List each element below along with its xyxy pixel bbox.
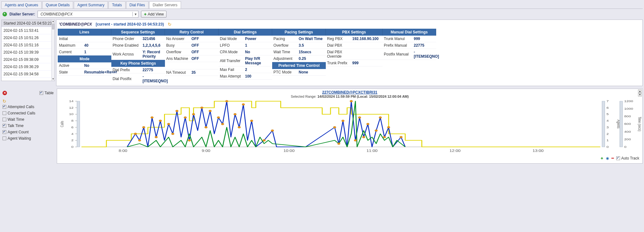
svg-text:13:00: 13:00 [532, 149, 543, 153]
timestamp-item[interactable]: 2024-02-15 09:34:58 [2, 71, 55, 78]
tabs: Agents and QueuesQueue DetailsAgent Summ… [1, 1, 643, 9]
add-server-icon[interactable] [3, 12, 7, 16]
series-toggle-attempted[interactable]: Attempted Calls [3, 104, 54, 110]
k-work: Work Across [113, 52, 143, 56]
refresh-chart-icon[interactable]: ↻ [3, 99, 6, 104]
checkbox-icon [616, 156, 620, 160]
timestamp-item[interactable]: 2024-02-15 09:38:09 [2, 56, 55, 63]
timestamp-item[interactable]: 2024-02-15 11:53:41 [2, 27, 55, 34]
timestamp-item[interactable]: 2024-02-15 10:51:16 [2, 42, 55, 49]
chart-subtitle-value: 14/02/2024 11:59:59 PM (Local: 15/02/202… [317, 95, 408, 98]
svg-text:1: 1 [606, 139, 609, 142]
svg-text:2: 2 [606, 132, 609, 135]
series-toggle-waiting[interactable]: Agent Waiting [3, 135, 54, 142]
v-mtrunk: 999 [414, 37, 420, 41]
chart-panel: ▲ ▼ 227COMBINED@PCXCTIBRI31 Selected Ran… [57, 89, 643, 164]
timestamp-item[interactable]: 2024-02-15 10:51:26 [2, 34, 55, 42]
k-cur: Current [59, 50, 84, 54]
add-view-button[interactable]: + Add View [141, 11, 167, 18]
k-maxatt: Max Attempt [220, 74, 245, 78]
svg-text:4: 4 [71, 132, 73, 135]
col-sequence: Phone Order321456 Phone Enabled1,2,3,4,5… [111, 36, 165, 84]
v-regpbx: 192.168.90.100 [352, 37, 378, 41]
hdr-retry: Retry Control [165, 29, 219, 36]
svg-point-51 [192, 113, 195, 115]
table-toggle[interactable]: Table [39, 90, 54, 96]
k-busy: Busy [166, 43, 191, 48]
globe-icon[interactable]: ◉ [606, 156, 609, 160]
svg-text:6: 6 [71, 126, 73, 129]
k-dmode: Dial Mode [220, 37, 245, 41]
auto-track-toggle[interactable]: Auto Track [616, 155, 639, 161]
svg-point-50 [184, 117, 186, 119]
svg-point-47 [159, 120, 161, 122]
timestamp-item[interactable]: 2024-02-15 10:39:39 [2, 49, 55, 56]
timestamp-list[interactable]: Started 2024-02-15 04:53:232024-02-15 11… [1, 20, 55, 81]
svg-point-68 [400, 136, 402, 138]
v-max: 40 [84, 43, 88, 48]
svg-point-61 [342, 120, 344, 122]
scroll-thumb[interactable] [52, 24, 54, 29]
k-max: Maximum [59, 43, 84, 48]
k-mprefix: Prefix Manual [384, 43, 414, 48]
svg-text:12: 12 [69, 106, 73, 109]
v-roverf: OFF [191, 50, 199, 54]
svg-point-54 [217, 117, 220, 119]
v-dpostfix: -[ITEMSEQNO] [143, 74, 168, 83]
k-state: State [59, 70, 84, 74]
svg-point-79 [362, 136, 365, 138]
scroll-up-icon[interactable]: ▲ [52, 20, 55, 23]
svg-text:11:00: 11:00 [366, 149, 378, 153]
series-toggle-talk[interactable]: Talk Time [3, 123, 54, 129]
k-lpfo: LPFO [220, 43, 245, 48]
svg-point-65 [375, 130, 378, 131]
svg-point-73 [205, 126, 207, 128]
series-toggle-agents[interactable]: Agent Count [3, 129, 54, 135]
svg-text:0: 0 [71, 145, 73, 148]
svg-point-44 [134, 133, 137, 135]
series-label: Talk Time [8, 124, 24, 128]
chart-title-link[interactable]: 227COMBINED@PCXCTIBRI31 [322, 90, 377, 95]
tab-agent-summary[interactable]: Agent Summary [74, 1, 108, 9]
svg-point-62 [350, 100, 353, 102]
svg-text:800: 800 [624, 115, 631, 118]
timestamp-item[interactable]: Started 2024-02-15 04:53:23 [2, 20, 55, 27]
zoom-in-icon[interactable]: + [600, 156, 603, 160]
scroll-down-icon[interactable]: ▼ [638, 93, 642, 96]
series-label: Wait Time [8, 117, 24, 122]
chart-vscroll[interactable]: ▲ ▼ [638, 90, 642, 96]
k-pbxovr: Dial PBX Override [327, 50, 357, 59]
series-toggle-connected[interactable]: Connected Calls [3, 110, 54, 116]
k-dprefix: Dial Prefix [113, 68, 143, 72]
scroll-up-icon[interactable]: ▲ [638, 90, 642, 93]
svg-point-58 [250, 120, 253, 122]
zoom-out-icon[interactable]: ━ [612, 156, 614, 160]
series-toggle-wait[interactable]: Wait Time [3, 116, 54, 123]
hdr-sequence: Sequence Settings [111, 29, 165, 36]
tab-agents-and-queues[interactable]: Agents and Queues [1, 1, 42, 9]
plus-icon: + [144, 12, 146, 16]
v-dmode: Power [245, 37, 256, 41]
tab-dial-files[interactable]: Dial Files [126, 1, 149, 9]
close-icon[interactable]: ✕ [3, 91, 7, 95]
svg-rect-28 [602, 101, 605, 147]
svg-point-67 [387, 126, 390, 128]
chevron-down-icon[interactable]: ▾ [132, 12, 138, 16]
v-order: 321456 [143, 37, 155, 41]
tab-queue-details[interactable]: Queue Details [42, 1, 73, 9]
chart-svg[interactable]: 02468101214Calls01234567Agents0200400600… [57, 100, 642, 153]
scrollbar[interactable]: ▲ ▼ [51, 20, 55, 81]
hdr-mode: Mode [58, 55, 111, 62]
timestamp-item[interactable]: 2024-02-15 09:36:29 [2, 63, 55, 71]
v-povf: 3.5 [299, 43, 304, 48]
svg-point-55 [225, 100, 228, 102]
scroll-down-icon[interactable]: ▼ [52, 78, 55, 81]
server-select[interactable]: COMBINED@PCX ▾ [38, 11, 138, 18]
svg-point-77 [337, 143, 340, 145]
refresh-icon[interactable]: ↻ [168, 22, 172, 27]
tab-totals[interactable]: Totals [108, 1, 125, 9]
server-select-value: COMBINED@PCX [38, 12, 132, 16]
svg-text:12:00: 12:00 [449, 149, 460, 153]
tab-dialler-servers[interactable]: Dialler Servers [149, 1, 181, 9]
details-status: [current - started 2024-02-15 04:53:23) [96, 22, 164, 26]
